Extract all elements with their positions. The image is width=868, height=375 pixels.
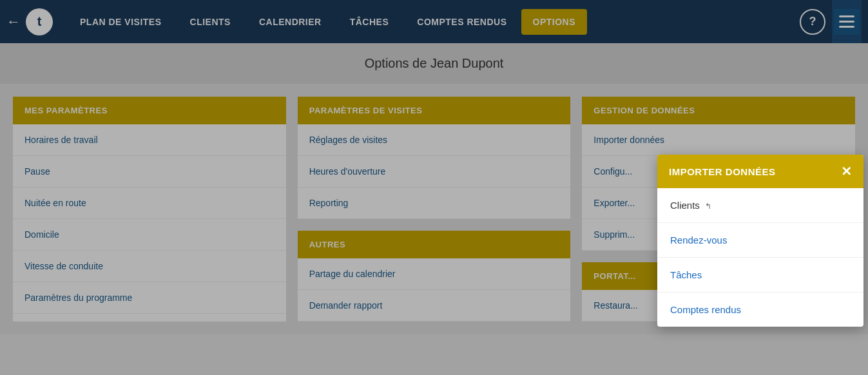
modal-item-taches[interactable]: Tâches [657,258,863,293]
modal-close-button[interactable]: ✕ [841,165,852,178]
modal-item-comptes-rendus[interactable]: Comptes rendus [657,293,863,327]
modal-item-rendez-vous[interactable]: Rendez-vous [657,223,863,258]
modal-item-clients[interactable]: Clients ↰ [657,188,863,223]
modal-body: Clients ↰ Rendez-vous Tâches Comptes ren… [657,188,863,327]
modal-title: IMPORTER DONNÉES [669,166,776,177]
modal-header: IMPORTER DONNÉES ✕ [657,155,863,188]
importer-donnees-modal: IMPORTER DONNÉES ✕ Clients ↰ Rendez-vous… [657,155,863,327]
